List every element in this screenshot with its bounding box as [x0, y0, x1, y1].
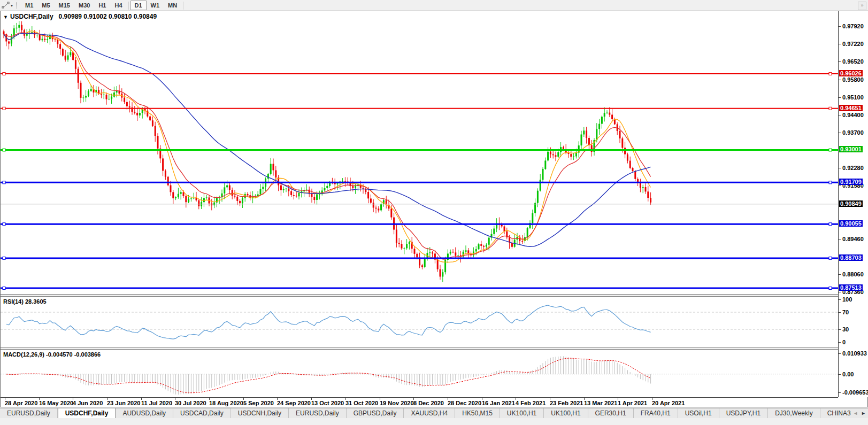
timeframe-button-mn[interactable]: MN [164, 1, 181, 10]
rsi-tick-label: 100 [842, 296, 852, 303]
chart-tab-xauusd-h4[interactable]: XAUUSD,H4 [404, 408, 455, 418]
macd-tick-label: 0.010933 [842, 350, 867, 357]
date-tick-label: 28 Apr 2020 [5, 400, 37, 406]
chart-tab-dj30-weekly[interactable]: DJ30,Weekly [768, 408, 820, 418]
top-toolbar: ▾ M1M5M15M30H1H4D1W1MN » [0, 0, 868, 11]
price-tick-mark [839, 97, 841, 98]
date-tick-label: 1 Apr 2021 [618, 400, 647, 406]
date-tick-label: 13 Mar 2021 [584, 400, 617, 406]
chart-tab-usdjpy-h1[interactable]: USDJPY,H1 [719, 408, 768, 418]
price-tick-label: 0.88060 [842, 271, 864, 277]
timeframe-button-m30[interactable]: M30 [74, 1, 94, 10]
macd-tick-mark [839, 353, 841, 354]
price-tick-mark [839, 186, 841, 186]
timeframe-button-m5[interactable]: M5 [37, 1, 54, 10]
macd-indicator-pane[interactable] [1, 350, 838, 397]
date-tick-label: 8 Dec 2020 [413, 400, 444, 406]
price-tick-mark [839, 239, 841, 239]
price-tick-mark [839, 168, 841, 168]
chart-tab-usdcnh-daily[interactable]: USDCNH,Daily [231, 408, 289, 418]
tab-scroll-left-button[interactable]: ◄ [853, 409, 858, 418]
date-tick-label: 23 Jun 2020 [107, 400, 140, 406]
chart-tab-uk100-h1[interactable]: UK100,H1 [500, 408, 544, 418]
price-tick-mark [839, 26, 841, 27]
chart-tab-bar: EURUSD,DailyUSDCHF,DailyAUDUSD,DailyUSDC… [0, 408, 868, 418]
collapse-arrow-icon[interactable]: ▼ [3, 14, 8, 20]
date-tick-label: 18 Aug 2020 [209, 400, 243, 406]
price-tick-label: 0.94400 [842, 112, 864, 118]
chart-tab-ger30-h1[interactable]: GER30,H1 [588, 408, 634, 418]
tab-scroll-right-button[interactable]: ► [861, 409, 866, 418]
date-tick-label: 28 Dec 2020 [448, 400, 481, 406]
timeframe-button-d1[interactable]: D1 [130, 1, 147, 10]
price-tick-label: 0.95800 [842, 76, 864, 83]
timeframe-button-h1[interactable]: H1 [94, 1, 110, 10]
price-level-badge: 0.88703 [839, 254, 863, 261]
rsi-indicator-label: RSI(14) 28.3605 [3, 298, 47, 305]
price-axis[interactable]: 0.979200.972200.965200.958000.951000.944… [838, 11, 868, 397]
price-tick-mark [839, 80, 841, 80]
price-tick-label: 0.95100 [842, 94, 864, 101]
toolbar-overflow-button[interactable]: » [858, 2, 866, 10]
price-tick-mark [839, 133, 841, 133]
macd-tick-mark [839, 392, 841, 393]
date-tick-label: 16 Jan 2021 [482, 400, 515, 406]
chart-tab-uk100-h1[interactable]: UK100,H1 [544, 408, 588, 418]
trendline-tool-icon[interactable] [2, 2, 10, 9]
rsi-tick-label: 70 [842, 309, 849, 315]
price-tick-mark [839, 115, 841, 115]
toolbar-grip [16, 2, 18, 9]
price-tick-mark [839, 292, 841, 292]
price-level-badge: 0.94651 [839, 105, 863, 111]
macd-tick-mark [839, 374, 841, 375]
trendline-glyph [2, 2, 10, 9]
chart-tab-eurusd-daily[interactable]: EURUSD,Daily [289, 408, 347, 418]
price-tick-label: 0.97920 [842, 23, 864, 29]
price-level-badge: 0.91709 [839, 179, 863, 185]
date-tick-label: 11 Jul 2020 [141, 400, 172, 406]
chart-tab-gbpusd-daily[interactable]: GBPUSD,Daily [347, 408, 404, 418]
price-tick-mark [839, 274, 841, 275]
chart-tab-usdcad-daily[interactable]: USDCAD,Daily [173, 408, 231, 418]
chart-tab-fra40-h1[interactable]: FRA40,H1 [634, 408, 678, 418]
price-tick-mark [839, 44, 841, 44]
main-price-chart[interactable] [1, 11, 838, 294]
chart-tab-usdchf-daily[interactable]: USDCHF,Daily [58, 408, 116, 418]
rsi-indicator-pane[interactable] [1, 297, 838, 347]
chart-tab-eurusd-daily[interactable]: EURUSD,Daily [0, 408, 58, 418]
date-tick-label: 24 Sep 2020 [277, 400, 311, 406]
rsi-tick-mark [839, 342, 841, 343]
price-tick-label: 0.92280 [842, 165, 864, 171]
timeframe-button-m15[interactable]: M15 [55, 1, 74, 10]
toolbar-separator [183, 2, 183, 10]
chart-tab-hk50-m15[interactable]: HK50,M15 [455, 408, 500, 418]
toolbar-separator [128, 2, 129, 10]
date-axis[interactable]: 28 Apr 202016 May 20204 Jun 202023 Jun 2… [1, 397, 838, 407]
pane-separator[interactable] [1, 347, 867, 350]
ohlc-values: 0.90989 0.91002 0.90810 0.90849 [59, 13, 157, 20]
date-tick-label: 31 Oct 2020 [345, 400, 378, 406]
chart-tab-usoil-h1[interactable]: USOil,H1 [678, 408, 719, 418]
macd-tick-label: -0.009653 [842, 389, 868, 396]
price-tick-label: 0.89460 [842, 236, 864, 242]
timeframe-button-h4[interactable]: H4 [110, 1, 126, 10]
status-strip [0, 418, 868, 425]
date-tick-label: 30 Jul 2020 [175, 400, 206, 406]
date-tick-label: 5 Sep 2020 [243, 400, 274, 406]
price-level-badge: 0.90849 [839, 200, 863, 207]
tab-scroll-arrows: ◄ ► [851, 408, 868, 418]
price-tick-label: 0.93700 [842, 129, 864, 136]
timeframe-button-m1[interactable]: M1 [21, 1, 37, 10]
timeframe-button-group: M1M5M15M30H1H4D1W1MN [21, 1, 185, 10]
pane-separator[interactable] [1, 294, 867, 297]
rsi-tick-mark [839, 299, 841, 300]
symbol-label: USDCHF,Daily [10, 13, 53, 20]
date-tick-label: 19 Nov 2020 [380, 400, 414, 406]
timeframe-button-w1[interactable]: W1 [147, 1, 164, 10]
rsi-tick-label: 0 [842, 339, 846, 345]
macd-tick-label: 0.00 [842, 371, 854, 377]
price-tick-label: 0.97220 [842, 41, 864, 47]
chart-tab-audusd-daily[interactable]: AUDUSD,Daily [116, 408, 173, 418]
dropdown-arrow-icon[interactable]: ▾ [11, 3, 13, 8]
chart-window: ▼USDCHF,Daily0.90989 0.91002 0.90810 0.9… [0, 11, 868, 407]
